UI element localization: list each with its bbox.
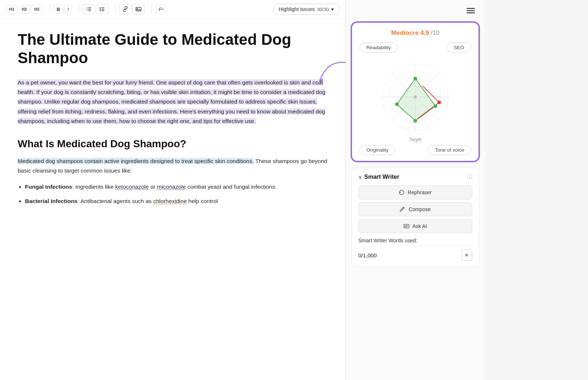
miconazole-word: miconazole bbox=[157, 184, 186, 190]
radar-chart bbox=[375, 58, 456, 135]
list-item-bold: Fungal Infections bbox=[25, 184, 72, 190]
menu-icon-button[interactable] bbox=[464, 6, 478, 17]
ask-ai-icon bbox=[404, 223, 409, 229]
highlight-label: Highlight issues bbox=[279, 6, 315, 12]
toolbar-right: Highlight issues 30/30 ▾ bbox=[273, 4, 339, 15]
list-item: Fungal Infections: Ingredients like keto… bbox=[25, 182, 327, 192]
highlight-chevron-icon: ▾ bbox=[331, 6, 334, 12]
svg-point-10 bbox=[100, 9, 101, 10]
smart-writer-section: ∨ Smart Writer ⓘ Rephraser Compose Ask A… bbox=[351, 167, 479, 267]
sw-count-max: /1,000 bbox=[361, 252, 377, 258]
article-title[interactable]: The Ultimate Guide to Medicated Dog Sham… bbox=[18, 30, 327, 68]
svg-point-27 bbox=[434, 104, 437, 108]
sw-words-count: 0/1,000 bbox=[358, 252, 377, 258]
radar-target-label: Target bbox=[359, 137, 471, 142]
italic-button[interactable]: I bbox=[64, 5, 72, 14]
section-para-1: Medicated dog shampoos contain active in… bbox=[18, 156, 327, 176]
unordered-list-button[interactable] bbox=[96, 4, 108, 14]
words-used-label: Smart Writer Words used: bbox=[358, 238, 472, 243]
insert-group bbox=[119, 4, 145, 14]
compose-button[interactable]: Compose bbox=[358, 202, 472, 216]
rephraser-icon bbox=[399, 189, 405, 195]
chlorhexidine-word: chlorhexidine bbox=[153, 198, 187, 204]
sw-title: Smart Writer bbox=[364, 174, 399, 180]
list-group: 123 bbox=[83, 4, 108, 14]
svg-point-29 bbox=[395, 102, 399, 106]
intro-paragraph: As a pet owner, you want the best for yo… bbox=[18, 78, 327, 126]
editor-content[interactable]: The Ultimate Guide to Medicated Dog Sham… bbox=[0, 19, 345, 380]
image-button[interactable] bbox=[132, 4, 145, 14]
originality-tab[interactable]: Originality bbox=[359, 145, 395, 155]
sw-title-row: ∨ Smart Writer bbox=[358, 174, 399, 180]
para1-highlighted: Medicated dog shampoos contain active in… bbox=[18, 158, 254, 164]
score-bottom-tabs: Originality Tone of voice bbox=[359, 145, 471, 155]
sw-info-icon[interactable]: ⓘ bbox=[467, 174, 472, 180]
toolbar: H1 H2 H3 B I 123 Fx bbox=[0, 0, 345, 19]
svg-point-28 bbox=[413, 119, 417, 123]
compose-icon bbox=[400, 206, 406, 212]
toolbar-divider-2 bbox=[79, 5, 79, 14]
heading-group: H1 H2 H3 bbox=[6, 5, 43, 14]
bold-button[interactable]: B bbox=[53, 5, 63, 14]
svg-text:3: 3 bbox=[86, 9, 87, 11]
readability-tab[interactable]: Readability bbox=[359, 43, 398, 53]
score-max: /10 bbox=[431, 29, 440, 36]
sw-words-row: 0/1,000 + bbox=[358, 250, 472, 261]
ordered-list-button[interactable]: 123 bbox=[83, 4, 95, 14]
ask-ai-label: Ask AI bbox=[412, 223, 427, 229]
list-item: Bacterial Infections: Antibacterial agen… bbox=[25, 196, 327, 206]
section-h2-1: What Is Medicated Dog Shampoo? bbox=[18, 138, 327, 150]
svg-point-31 bbox=[414, 95, 417, 98]
editor-panel: H1 H2 H3 B I 123 Fx bbox=[0, 0, 345, 380]
toolbar-divider-1 bbox=[49, 5, 50, 14]
sw-plus-button[interactable]: + bbox=[461, 250, 472, 261]
toolbar-divider-4 bbox=[151, 5, 152, 14]
toolbar-divider-3 bbox=[115, 5, 115, 14]
link-button[interactable] bbox=[119, 4, 132, 14]
svg-point-30 bbox=[437, 101, 441, 104]
svg-point-26 bbox=[413, 77, 417, 80]
intro-text-highlighted: As a pet owner, you want the best for yo… bbox=[18, 79, 325, 124]
sw-header: ∨ Smart Writer ⓘ bbox=[358, 174, 472, 180]
highlight-count: 30/30 bbox=[317, 7, 329, 12]
svg-point-11 bbox=[100, 10, 101, 11]
right-panel: Mediocre 4.9 /10 Readability SEO bbox=[345, 0, 485, 380]
svg-rect-32 bbox=[404, 224, 409, 228]
svg-marker-25 bbox=[397, 79, 435, 121]
ask-ai-button[interactable]: Ask AI bbox=[358, 219, 472, 233]
h3-button[interactable]: H3 bbox=[31, 5, 43, 14]
rephraser-label: Rephraser bbox=[408, 189, 431, 195]
tone-of-voice-tab[interactable]: Tone of voice bbox=[428, 145, 471, 155]
radar-chart-container bbox=[359, 55, 471, 137]
format-group: B I bbox=[53, 5, 72, 14]
score-card: Mediocre 4.9 /10 Readability SEO bbox=[351, 22, 479, 162]
sw-chevron-icon[interactable]: ∨ bbox=[358, 174, 362, 180]
h2-button[interactable]: H2 bbox=[18, 5, 30, 14]
sw-divider bbox=[358, 246, 472, 246]
list-item-bold: Bacterial Infections bbox=[25, 198, 78, 204]
score-label: Mediocre bbox=[391, 29, 419, 36]
ketoconazole-word: ketoconazole bbox=[115, 184, 149, 190]
score-top-tabs: Readability SEO bbox=[359, 43, 471, 53]
seo-tab[interactable]: SEO bbox=[447, 43, 471, 53]
rephraser-button[interactable]: Rephraser bbox=[358, 185, 472, 199]
compose-label: Compose bbox=[409, 206, 431, 212]
svg-point-9 bbox=[100, 7, 101, 8]
score-value: 4.9 bbox=[420, 29, 429, 36]
clear-format-button[interactable]: Fx bbox=[155, 5, 166, 14]
highlight-issues-button[interactable]: Highlight issues 30/30 ▾ bbox=[273, 4, 339, 15]
h1-button[interactable]: H1 bbox=[6, 5, 18, 14]
conditions-list: Fungal Infections: Ingredients like keto… bbox=[18, 182, 327, 206]
score-header: Mediocre 4.9 /10 bbox=[359, 29, 471, 37]
